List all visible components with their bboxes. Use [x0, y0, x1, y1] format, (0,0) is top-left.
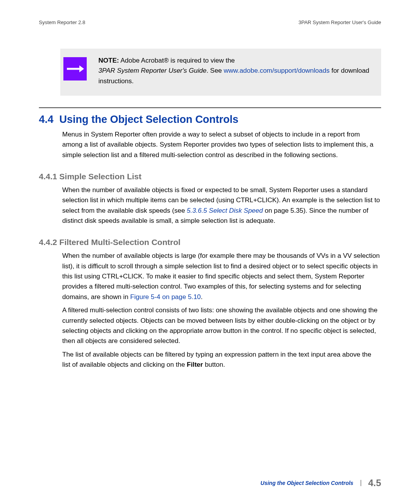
sub2-number: 4.4.2: [39, 238, 57, 247]
running-header: System Reporter 2.8 3PAR System Reporter…: [39, 19, 381, 25]
sub2-p1a: When the number of available objects is …: [62, 252, 380, 300]
header-left: System Reporter 2.8: [39, 19, 85, 25]
sub2-p3b: button.: [203, 361, 225, 368]
note-callout: NOTE: Adobe Acrobat® is required to view…: [60, 49, 381, 96]
sub2-paragraph-3: The list of available objects can be fil…: [62, 350, 381, 370]
arrow-right-icon: [63, 57, 87, 80]
sub1-paragraph: When the number of available objects is …: [62, 185, 381, 226]
document-page: System Reporter 2.8 3PAR System Reporter…: [0, 0, 420, 504]
cross-reference-link[interactable]: Figure 5-4 on page 5.10: [130, 293, 201, 301]
note-t1: Adobe Acrobat® is required to view the: [119, 57, 235, 64]
note-link[interactable]: www.adobe.com/support/downloads: [224, 67, 329, 74]
section-heading: 4.4 Using the Object Selection Controls: [39, 114, 381, 126]
section-number: 4.4: [39, 114, 54, 125]
header-right: 3PAR System Reporter User's Guide: [299, 19, 381, 25]
note-t2: . See: [206, 67, 224, 74]
page-footer: Using the Object Selection Controls 4.5: [261, 478, 381, 488]
sub2-paragraph-1: When the number of available objects is …: [62, 251, 381, 302]
note-text: NOTE: Adobe Acrobat® is required to view…: [98, 54, 372, 86]
note-label: NOTE:: [98, 57, 119, 64]
section-title: Using the Object Selection Controls: [60, 114, 239, 125]
sub1-title: Simple Selection List: [60, 172, 142, 181]
subsection-heading: 4.4.1 Simple Selection List: [39, 172, 381, 181]
page-number: 4.5: [361, 478, 381, 488]
filter-button-ref: Filter: [187, 361, 203, 368]
sub2-p1b: .: [201, 293, 203, 301]
section-intro: Menus in System Reporter often provide a…: [62, 130, 381, 160]
svg-marker-1: [79, 65, 84, 72]
note-doc-title: 3PAR System Reporter User's Guide: [98, 67, 206, 74]
section-rule: [39, 107, 381, 108]
sub1-number: 4.4.1: [39, 172, 57, 181]
footer-section-title: Using the Object Selection Controls: [261, 480, 361, 486]
sub2-paragraph-2: A filtered multi-selection control consi…: [62, 305, 381, 346]
sub2-title: Filtered Multi-Selection Control: [60, 238, 181, 247]
subsection-heading: 4.4.2 Filtered Multi-Selection Control: [39, 238, 381, 247]
cross-reference-link[interactable]: 5.3.6.5 Select Disk Speed: [187, 207, 263, 214]
